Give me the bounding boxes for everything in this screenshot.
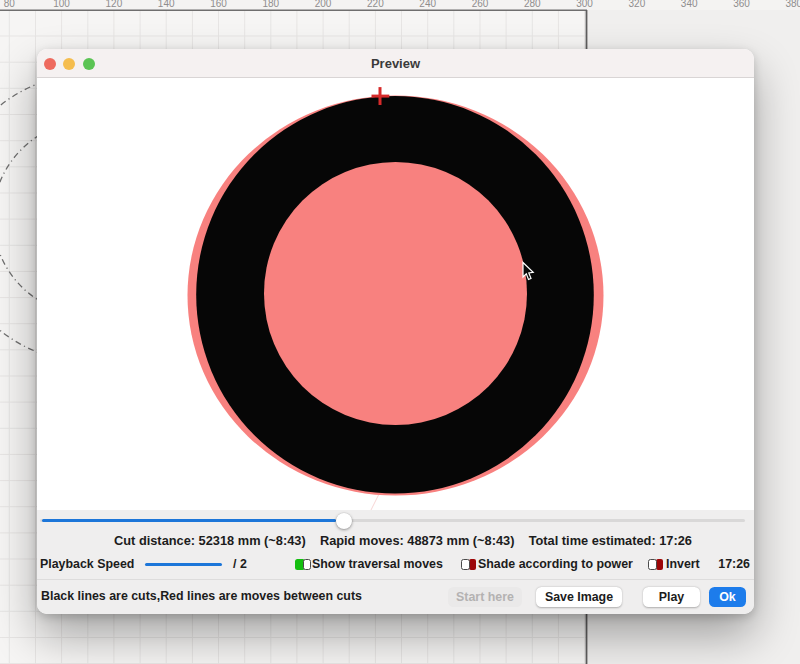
svg-text:100: 100 (53, 0, 70, 9)
svg-text:340: 340 (681, 0, 698, 9)
svg-text:260: 260 (472, 0, 489, 9)
svg-text:380: 380 (785, 0, 800, 9)
svg-text:80: 80 (4, 0, 16, 9)
svg-text:240: 240 (419, 0, 436, 9)
svg-text:320: 320 (629, 0, 646, 9)
svg-text:300: 300 (576, 0, 593, 9)
svg-text:280: 280 (524, 0, 541, 9)
svg-text:160: 160 (210, 0, 227, 9)
svg-text:220: 220 (367, 0, 384, 9)
svg-text:140: 140 (158, 0, 175, 9)
svg-text:200: 200 (315, 0, 332, 9)
svg-text:180: 180 (262, 0, 279, 9)
svg-text:120: 120 (106, 0, 123, 9)
svg-text:360: 360 (733, 0, 750, 9)
